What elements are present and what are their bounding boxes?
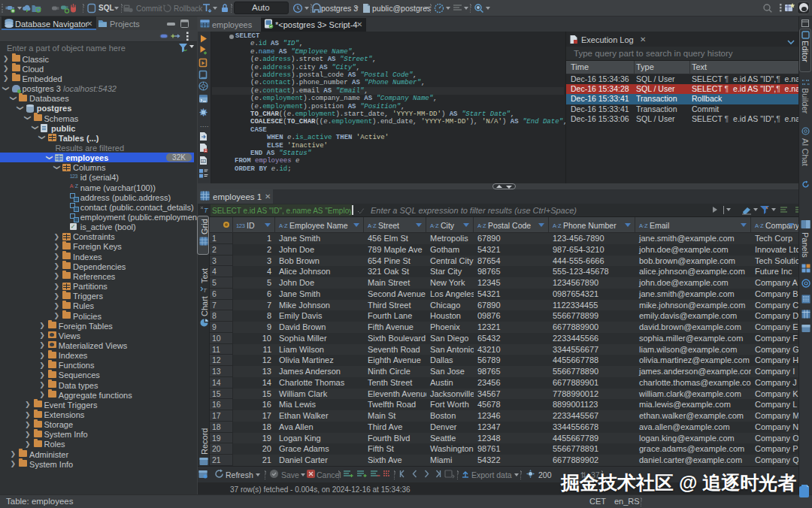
svg-text:T: T [203, 287, 208, 294]
svg-text:db: db [201, 160, 205, 163]
svg-text:T: T [204, 207, 209, 214]
